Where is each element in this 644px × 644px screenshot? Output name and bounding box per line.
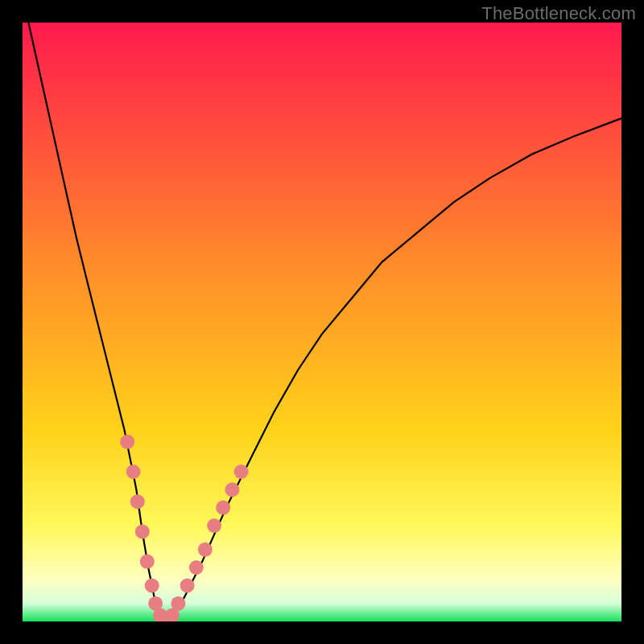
data-point: [126, 464, 141, 479]
data-point: [207, 518, 221, 533]
data-point: [135, 524, 150, 539]
gradient-background: [23, 23, 621, 621]
data-point: [198, 543, 213, 557]
data-point: [171, 597, 185, 611]
data-point: [130, 494, 145, 509]
data-point: [225, 482, 239, 497]
data-point: [140, 555, 155, 569]
bottleneck-chart: [23, 23, 621, 621]
data-point: [145, 578, 159, 592]
data-point: [216, 501, 230, 515]
data-point: [120, 435, 134, 449]
data-point: [234, 464, 249, 479]
watermark-text: TheBottleneck.com: [481, 3, 636, 24]
chart-frame: TheBottleneck.com: [0, 0, 644, 644]
data-point: [180, 578, 195, 592]
data-point: [189, 560, 204, 575]
